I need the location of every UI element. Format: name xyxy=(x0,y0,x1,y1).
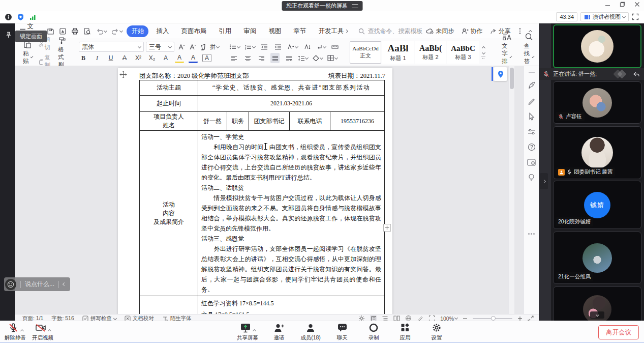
tab-review[interactable]: 审阅 xyxy=(239,25,261,37)
styles-scroll-down-icon[interactable] xyxy=(481,50,485,54)
decrease-font-icon[interactable] xyxy=(188,42,197,52)
save-icon[interactable] xyxy=(46,26,55,36)
ink-pen-icon[interactable] xyxy=(417,315,423,321)
video-tile[interactable]: 铖婧 20化院孙铖婧 xyxy=(553,181,641,229)
style-heading1[interactable]: AaBl 标题 1 xyxy=(382,41,414,64)
ruler-icon[interactable] xyxy=(330,42,340,52)
view-mode-selector[interactable]: 演讲者视图 xyxy=(580,12,629,21)
scroll-more-participants[interactable] xyxy=(590,311,604,319)
rocket-icon[interactable] xyxy=(528,81,536,89)
align-center-icon[interactable] xyxy=(243,53,252,63)
distribute-icon[interactable] xyxy=(284,53,293,63)
highlight-color-button[interactable]: A xyxy=(175,53,184,63)
tab-home[interactable]: 开始 xyxy=(127,25,148,37)
security-shield-icon[interactable] xyxy=(16,13,24,21)
undo-icon[interactable] xyxy=(95,26,108,36)
mic-options-caret[interactable] xyxy=(20,329,23,332)
leave-meeting-button[interactable]: 离开会议 xyxy=(598,325,639,339)
superscript-button[interactable]: X² xyxy=(134,53,143,63)
paste-button[interactable]: 粘贴 xyxy=(20,40,36,65)
fullscreen-button[interactable] xyxy=(632,13,639,20)
video-options-caret[interactable] xyxy=(47,329,51,332)
zoom-slider-knob[interactable] xyxy=(491,316,496,321)
tab-section[interactable]: 章节 xyxy=(289,25,311,37)
align-justify-icon[interactable] xyxy=(270,53,280,63)
lightbulb-icon[interactable] xyxy=(528,174,535,182)
char-shading-button[interactable]: A xyxy=(161,53,170,63)
settings-button[interactable]: 设置 xyxy=(425,322,448,341)
font-check-button[interactable]: 陌生字体 xyxy=(162,315,192,321)
record-button[interactable]: 录制 xyxy=(362,322,385,341)
close-button[interactable] xyxy=(634,2,640,7)
restore-button[interactable] xyxy=(620,2,625,7)
tab-page-layout[interactable]: 页面布局 xyxy=(176,25,211,37)
pin-icon[interactable] xyxy=(5,32,12,39)
eye-protect-icon[interactable] xyxy=(358,315,365,321)
pinyin-guide-icon[interactable]: 拼 xyxy=(210,42,219,52)
members-button[interactable]: 成员(18) xyxy=(299,322,322,341)
sticker-card-icon[interactable] xyxy=(527,159,536,166)
command-search[interactable]: 查找命令、搜索模板 xyxy=(358,27,422,36)
document-page[interactable]: 团支部名称：2020 级化学师范班团支部 填表日期：2021.11.7 活动主题… xyxy=(118,68,392,314)
start-video-button[interactable]: 开启视频 xyxy=(32,322,54,341)
char-scale-icon[interactable] xyxy=(287,42,298,52)
video-tile[interactable]: 团委副书记 滕茜 xyxy=(553,126,641,179)
banner-menu-icon[interactable] xyxy=(352,4,358,8)
share-options-caret[interactable] xyxy=(252,329,256,332)
zoom-out-icon[interactable] xyxy=(463,316,468,321)
styles-more-icon[interactable] xyxy=(481,56,485,59)
format-painter-button[interactable]: 格式刷 xyxy=(55,37,69,69)
word-count[interactable]: 字数: 516 xyxy=(51,315,74,321)
tab-view[interactable]: 视图 xyxy=(264,25,286,37)
style-heading3[interactable]: AaBbC 标题 3 xyxy=(447,41,479,64)
style-normal[interactable]: AaBbCcDd 正文 xyxy=(350,41,381,64)
borders-icon[interactable] xyxy=(327,53,338,63)
reply-arrow-icon[interactable] xyxy=(633,71,640,77)
styles-scroll-up-icon[interactable] xyxy=(481,46,485,49)
location-pin-button[interactable] xyxy=(494,67,507,81)
tab-insert[interactable]: 插入 xyxy=(151,25,173,37)
strikethrough-button[interactable]: A xyxy=(120,53,129,63)
more-tools-icon[interactable] xyxy=(528,233,535,235)
scrollbar-thumb[interactable] xyxy=(510,68,514,89)
multi-page-view-icon[interactable] xyxy=(393,315,400,321)
tab-dev-tools[interactable]: 开发工具 xyxy=(314,25,352,37)
video-tile[interactable] xyxy=(553,287,641,321)
fit-page-icon[interactable] xyxy=(428,315,435,321)
web-view-icon[interactable] xyxy=(405,315,412,321)
increase-font-icon[interactable] xyxy=(176,42,186,52)
export-pdf-icon[interactable] xyxy=(58,26,67,36)
annotate-pen-icon[interactable] xyxy=(528,97,536,105)
quick-chat-placeholder[interactable]: 说点什么... xyxy=(25,280,54,289)
video-tile[interactable]: 21化一公维凤 xyxy=(553,232,641,284)
page-view-icon[interactable] xyxy=(370,315,377,321)
table-move-handle[interactable] xyxy=(119,71,127,78)
quick-chat-bubble[interactable]: 说点什么... xyxy=(4,277,70,291)
print-icon[interactable] xyxy=(70,26,79,36)
tab-references[interactable]: 引用 xyxy=(214,25,236,37)
outline-view-icon[interactable] xyxy=(382,315,388,321)
redo-icon[interactable] xyxy=(111,26,124,36)
chat-button[interactable]: 聊天 xyxy=(331,322,353,341)
apps-button[interactable]: 应用 xyxy=(394,322,416,341)
italic-button[interactable]: I xyxy=(93,53,102,63)
invite-button[interactable]: 邀请 xyxy=(268,322,290,341)
zoom-in-icon[interactable] xyxy=(517,316,523,321)
zoom-level[interactable]: 100% xyxy=(440,316,457,321)
font-color-button[interactable]: A xyxy=(189,53,198,63)
bullet-list-icon[interactable] xyxy=(229,42,240,52)
adjust-sliders-icon[interactable] xyxy=(528,128,536,135)
watching-banner[interactable]: 您正在观看舒一然的屏幕 xyxy=(282,1,362,11)
emoji-icon[interactable] xyxy=(5,279,16,290)
collaborate-button[interactable]: 协作 xyxy=(462,27,483,36)
align-right-icon[interactable] xyxy=(257,53,266,63)
clear-format-icon[interactable] xyxy=(199,42,208,52)
sort-icon[interactable] xyxy=(302,42,312,52)
table-quick-add-button[interactable] xyxy=(383,224,391,232)
meeting-info-icon[interactable] xyxy=(4,13,12,21)
font-family-select[interactable]: 黑体 xyxy=(79,42,144,52)
video-tile[interactable]: 卢容钰 xyxy=(553,81,641,124)
network-signal-icon[interactable] xyxy=(28,13,37,21)
number-list-icon[interactable] xyxy=(244,42,255,52)
sync-status[interactable]: 未同步 xyxy=(426,27,454,36)
